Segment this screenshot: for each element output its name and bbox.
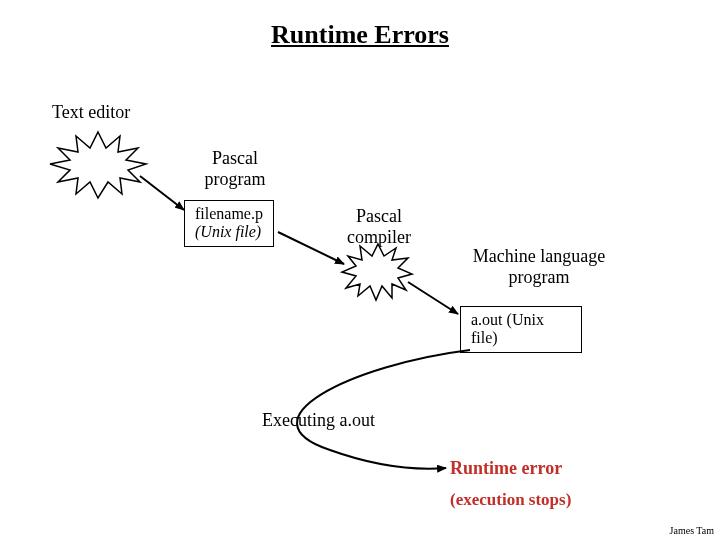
label-runtime-error: Runtime error [450,458,562,479]
aout-text: a.out (Unix file) [471,311,571,348]
label-executing: Executing a.out [262,410,375,431]
arrow-gpc-to-aout [408,282,458,314]
label-text-editor: Text editor [52,102,130,123]
label-pascal-program: Pascal program [190,148,280,189]
box-filename-p: filename.p (Unix file) [184,200,274,247]
filename-p-text: filename.p [195,205,263,223]
node-gpc: gpc [358,261,398,282]
unix-file-text-1: (Unix file) [195,223,263,241]
box-aout: a.out (Unix file) [460,306,582,353]
label-pascal-compiler: Pascal compiler [334,206,424,247]
page-title: Runtime Errors [0,20,720,50]
label-execution-stops: (execution stops) [450,490,571,510]
arrow-xemacs-to-filename [140,176,184,210]
node-xemacs: XEmacs [62,154,136,175]
label-machine-language: Machine language program [454,246,624,287]
footer-author: James Tam [670,525,714,536]
